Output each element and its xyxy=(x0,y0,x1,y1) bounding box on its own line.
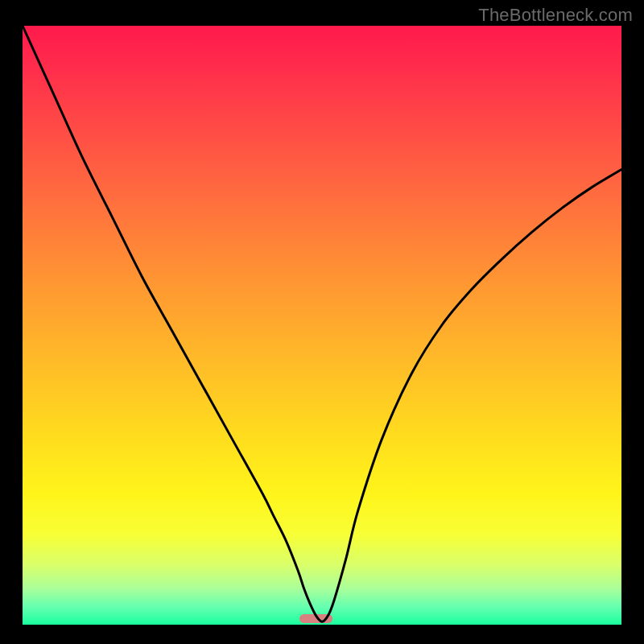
watermark-text: TheBottleneck.com xyxy=(478,5,633,26)
chart-frame: TheBottleneck.com xyxy=(0,0,644,644)
plot-area xyxy=(23,26,621,625)
bottleneck-curve xyxy=(23,26,621,621)
curve-svg xyxy=(23,26,621,625)
